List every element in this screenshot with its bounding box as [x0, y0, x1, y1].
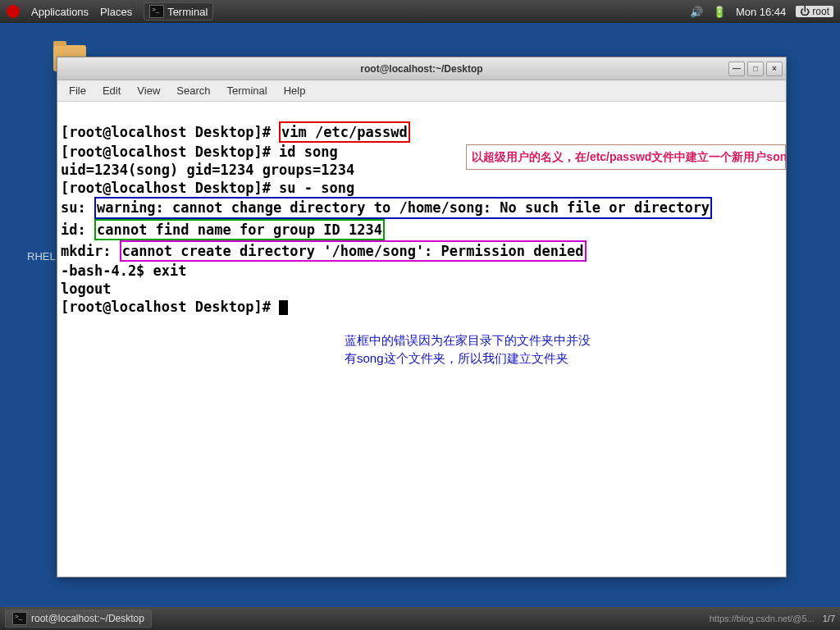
terminal-line: [root@localhost Desktop]# [61, 299, 288, 315]
terminal-task-label: Terminal [167, 6, 208, 18]
terminal-icon [149, 5, 164, 18]
bottom-taskbar-button[interactable]: root@localhost:~/Desktop [5, 609, 152, 628]
terminal-taskbar-button[interactable]: Terminal [144, 2, 213, 21]
window-title: root@localhost:~/Desktop [360, 63, 482, 75]
terminal-window: root@localhost:~/Desktop — □ × File Edit… [57, 57, 787, 578]
magenta-highlight-box: cannot create directory '/home/song': Pe… [120, 240, 587, 262]
green-highlight-box: cannot find name for group ID 1234 [94, 219, 385, 240]
terminal-line: [root@localhost Desktop]# id song [61, 144, 338, 160]
user-menu[interactable]: ⏻ root [796, 6, 833, 17]
terminal-line: uid=1234(song) gid=1234 groups=1234 [61, 162, 354, 178]
clock-label[interactable]: Mon 16:44 [736, 6, 786, 18]
blue-highlight-box: warning: cannot change directory to /hom… [94, 197, 712, 218]
terminal-line: -bash-4.2$ exit [61, 262, 187, 279]
rhel-watermark: RHEL [27, 250, 56, 262]
menu-edit[interactable]: Edit [96, 83, 127, 98]
bottom-panel: root@localhost:~/Desktop https://blog.cs… [0, 607, 840, 630]
page-indicator: 1/7 [823, 614, 835, 623]
menu-terminal[interactable]: Terminal [221, 83, 274, 98]
window-titlebar[interactable]: root@localhost:~/Desktop — □ × [57, 57, 786, 80]
terminal-line: logout [61, 281, 111, 297]
places-menu[interactable]: Places [100, 6, 132, 18]
menu-view[interactable]: View [130, 83, 167, 98]
battery-icon[interactable]: 🔋 [713, 6, 726, 18]
menu-search[interactable]: Search [170, 83, 217, 98]
shutdown-icon: ⏻ [800, 6, 810, 17]
annotation-blue-text: 蓝框中的错误因为在家目录下的文件夹中并没 有song这个文件夹，所以我们建立文件… [345, 331, 656, 368]
close-button[interactable]: × [766, 62, 783, 76]
cursor-icon [279, 300, 288, 315]
bottom-task-label: root@localhost:~/Desktop [31, 613, 144, 624]
terminal-icon [12, 612, 27, 625]
terminal-line: su: warning: cannot change directory to … [61, 199, 712, 216]
terminal-menubar: File Edit View Search Terminal Help [57, 80, 786, 102]
redhat-logo-icon [7, 5, 20, 18]
minimize-button[interactable]: — [728, 62, 745, 76]
menu-help[interactable]: Help [277, 83, 313, 98]
annotation-red-box: 以超级用户的名义，在/etc/passwd文件中建立一个新用户song，查看so… [466, 144, 786, 170]
volume-icon[interactable]: 🔊 [690, 6, 703, 18]
annotation-blue-line1: 蓝框中的错误因为在家目录下的文件夹中并没 [345, 333, 591, 347]
panel-right: 🔊 🔋 Mon 16:44 ⏻ root [690, 6, 833, 18]
terminal-line: mkdir: cannot create directory '/home/so… [61, 243, 587, 259]
menu-file[interactable]: File [62, 83, 93, 98]
maximize-button[interactable]: □ [747, 62, 764, 76]
window-controls: — □ × [728, 62, 783, 76]
watermark-text: https://blog.csdn.net/@5... [710, 614, 815, 623]
annotation-blue-line2: 有song这个文件夹，所以我们建立文件夹 [345, 351, 568, 365]
terminal-line: [root@localhost Desktop]# vim /etc/passw… [61, 124, 410, 140]
terminal-line: id: cannot find name for group ID 1234 [61, 221, 385, 238]
terminal-line: [root@localhost Desktop]# su - song [61, 180, 354, 196]
red-highlight-box: vim /etc/passwd [279, 121, 410, 143]
panel-left: Applications Places Terminal [7, 2, 213, 21]
user-label: root [812, 6, 829, 17]
applications-menu[interactable]: Applications [31, 6, 89, 18]
top-panel: Applications Places Terminal 🔊 🔋 Mon 16:… [0, 0, 840, 23]
terminal-body[interactable]: [root@localhost Desktop]# vim /etc/passw… [57, 102, 786, 577]
